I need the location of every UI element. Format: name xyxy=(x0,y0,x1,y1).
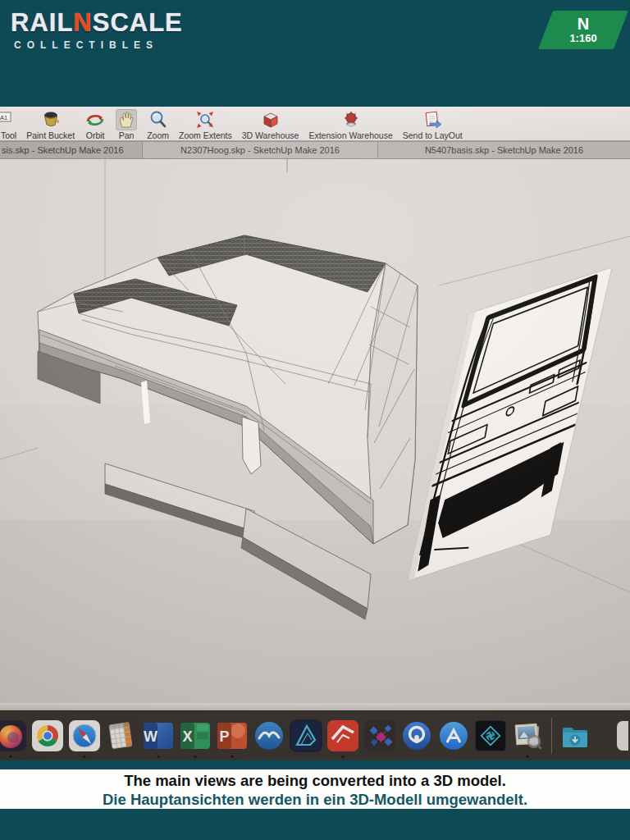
toolbar-zoom[interactable]: Zoom xyxy=(147,109,169,140)
page: RAILNSCALE COLLECTIBLES N 1:160 A1xt Too… xyxy=(0,0,630,840)
pan-icon xyxy=(116,109,137,130)
zoom-extents-icon xyxy=(194,109,216,130)
toolbar-label: Zoom xyxy=(147,130,169,140)
dock-icon-affinity-designer[interactable] xyxy=(290,719,322,752)
toolbar-3d-warehouse[interactable]: 3D Warehouse xyxy=(242,109,299,140)
running-indicator-dot xyxy=(194,756,197,758)
caption-bar: The main views are being converted into … xyxy=(0,769,630,809)
toolbar-label: Extension Warehouse xyxy=(308,130,392,140)
screen-photo: A1xt ToolPaint BucketOrbitPanZoomZoom Ex… xyxy=(0,107,630,760)
svg-text:X: X xyxy=(182,728,192,745)
window-tab-3[interactable]: N5407basis.skp - SketchUp Make 2016 xyxy=(377,142,630,158)
running-indicator-dot xyxy=(342,756,345,758)
dock-icon-chrome[interactable] xyxy=(31,719,64,752)
dock-icon-calculator[interactable] xyxy=(105,719,138,752)
window-tab-2[interactable]: N2307Hoog.skp - SketchUp Make 2016 xyxy=(142,142,377,158)
scale-badge-ratio: 1:160 xyxy=(569,32,596,44)
dock-separator xyxy=(551,718,552,754)
toolbar-label: Pan xyxy=(119,130,135,140)
sketchup-window-tabs: sis.skp - SketchUp Make 2016N2307Hoog.sk… xyxy=(0,141,630,159)
dock-icon-downloads-folder[interactable] xyxy=(559,719,591,752)
send-to-layout-icon xyxy=(422,109,443,130)
toolbar-extension-warehouse[interactable]: Extension Warehouse xyxy=(308,109,392,140)
toolbar-label: Zoom Extents xyxy=(179,130,232,140)
dock-icon-app-store[interactable] xyxy=(437,719,470,752)
running-indicator-dot xyxy=(527,756,529,758)
toolbar-orbit[interactable]: Orbit xyxy=(84,109,106,140)
svg-text:P: P xyxy=(219,728,229,745)
dock-icon-firefox[interactable] xyxy=(0,719,27,752)
toolbar-label: Paint Bucket xyxy=(26,130,75,140)
running-indicator-dot xyxy=(10,756,12,758)
dock-icon-partial-app[interactable] xyxy=(596,719,628,752)
running-indicator-dot xyxy=(84,756,86,758)
dock-icon-sketchup[interactable] xyxy=(326,719,359,752)
toolbar-zoom-extents[interactable]: Zoom Extents xyxy=(179,109,232,140)
macos-dock: WXP xyxy=(0,710,630,760)
warehouse-3d-icon xyxy=(260,109,281,130)
dock-icon-openoffice[interactable] xyxy=(253,719,285,752)
logo-rail: RAIL xyxy=(11,8,73,37)
toolbar-label: Send to LayOut xyxy=(403,130,463,140)
sketchup-toolbar: A1xt ToolPaint BucketOrbitPanZoomZoom Ex… xyxy=(0,107,630,141)
scale-badge: N 1:160 xyxy=(538,11,628,49)
toolbar-xt-tool[interactable]: A1xt Tool xyxy=(0,109,16,140)
dock-icon-word[interactable]: W xyxy=(142,719,175,752)
window-tab-1[interactable]: sis.skp - SketchUp Make 2016 xyxy=(0,142,142,158)
dock-icon-powerpoint[interactable]: P xyxy=(216,719,249,752)
toolbar-label: 3D Warehouse xyxy=(242,130,299,140)
orbit-icon xyxy=(84,109,106,130)
toolbar-send-to-layout[interactable]: Send to LayOut xyxy=(403,109,463,140)
toolbar-label: xt Tool xyxy=(0,130,16,140)
running-indicator-dot xyxy=(231,756,234,758)
logo-n-accent: N xyxy=(73,8,92,37)
text-tool-icon: A1 xyxy=(0,109,15,130)
sketchup-viewport[interactable] xyxy=(0,159,630,703)
caption-line-de: Die Hauptansichten werden in ein 3D-Mode… xyxy=(0,790,630,809)
railnscale-logo: RAILNSCALE COLLECTIBLES xyxy=(11,8,183,51)
extension-warehouse-icon xyxy=(340,109,362,130)
caption-line-en: The main views are being converted into … xyxy=(0,771,630,790)
dock-icon-safari[interactable] xyxy=(68,719,101,752)
svg-text:W: W xyxy=(144,728,158,745)
dock-icon-excel[interactable]: X xyxy=(179,719,212,752)
paint-bucket-icon xyxy=(40,109,62,130)
dock-icon-graph-app[interactable] xyxy=(363,719,396,752)
logo-scale: SCALE xyxy=(93,8,183,37)
running-indicator-dot xyxy=(158,756,160,758)
zoom-icon xyxy=(148,109,169,130)
toolbar-pan[interactable]: Pan xyxy=(116,109,137,140)
toolbar-paint-bucket[interactable]: Paint Bucket xyxy=(26,109,75,140)
logo-title: RAILNSCALE xyxy=(11,8,183,38)
screen-bezel xyxy=(0,703,630,710)
svg-text:A1: A1 xyxy=(0,114,7,121)
dock-icon-preview[interactable] xyxy=(511,719,544,752)
toolbar-label: Orbit xyxy=(86,130,105,140)
dock-icon-photoshop-elements[interactable] xyxy=(474,719,507,752)
scale-badge-letter: N xyxy=(578,16,589,32)
logo-subtitle: COLLECTIBLES xyxy=(14,39,183,51)
dock-icon-1password[interactable] xyxy=(400,719,433,752)
